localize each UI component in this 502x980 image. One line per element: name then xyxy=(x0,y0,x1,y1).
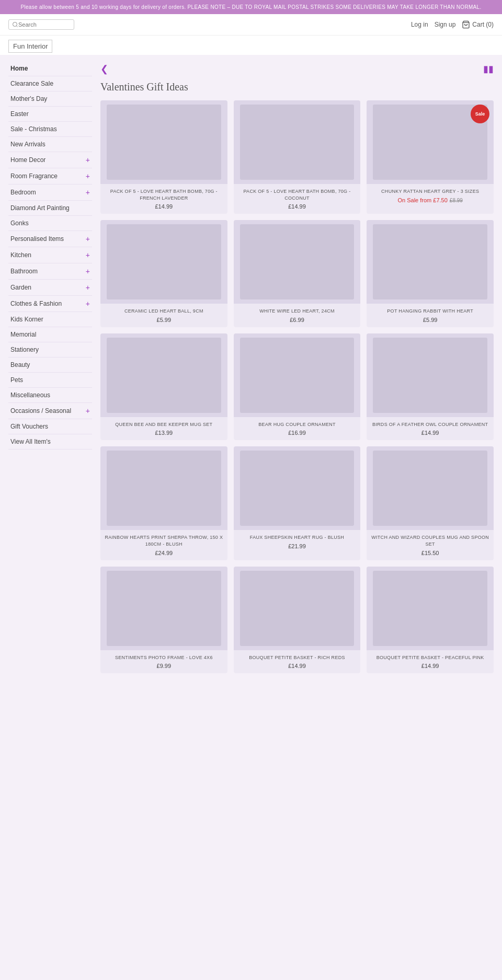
product-image xyxy=(234,446,361,530)
sidebar-item-label: Garden xyxy=(10,284,31,291)
sidebar-item-label: Clothes & Fashion xyxy=(10,300,62,307)
product-card[interactable]: PACK OF 5 - LOVE HEART BATH BOMB, 70G - … xyxy=(100,100,227,214)
product-card[interactable]: QUEEN BEE AND BEE KEEPER MUG SET£13.99 xyxy=(100,333,227,441)
sidebar-item-kids-korner[interactable]: Kids Korner xyxy=(8,312,92,327)
product-price: £14.99 xyxy=(237,663,358,669)
expand-icon: + xyxy=(86,188,90,197)
product-price: £14.99 xyxy=(237,203,358,210)
product-name: BIRDS OF A FEATHER OWL COUPLE ORNAMENT xyxy=(370,421,490,428)
svg-point-0 xyxy=(13,22,17,27)
product-info: BOUQUET PETITE BASKET - RICH REDS£14.99 xyxy=(234,650,361,674)
logo-area: Fun Interior xyxy=(0,36,502,55)
sidebar-item-bedroom[interactable]: Bedroom+ xyxy=(8,185,92,201)
sidebar-item-occasions---seasonal[interactable]: Occasions / Seasonal+ xyxy=(8,403,92,419)
cart-label: Cart (0) xyxy=(472,21,494,28)
page-title: Valentines Gift Ideas xyxy=(100,81,494,93)
sidebar-item-gonks[interactable]: Gonks xyxy=(8,216,92,231)
product-card[interactable]: SaleCHUNKY RATTAN HEART GREY - 3 SIZESOn… xyxy=(367,100,494,214)
product-image-placeholder xyxy=(107,571,221,646)
product-price: £21.99 xyxy=(237,543,358,549)
header-left xyxy=(8,19,74,30)
sidebar-item-label: Occasions / Seasonal xyxy=(10,407,71,414)
product-card[interactable]: WITCH AND WIZARD COUPLES MUG AND SPOON S… xyxy=(367,446,494,560)
product-info: PACK OF 5 - LOVE HEART BATH BOMB, 70G - … xyxy=(100,184,227,214)
sidebar-item-home-decor[interactable]: Home Decor+ xyxy=(8,152,92,168)
product-info: QUEEN BEE AND BEE KEEPER MUG SET£13.99 xyxy=(100,417,227,441)
sidebar-item-label: Bedroom xyxy=(10,189,36,196)
sidebar-item-label: Kitchen xyxy=(10,251,31,259)
cart-button[interactable]: Cart (0) xyxy=(462,20,494,29)
sidebar-item-new-arrivals[interactable]: New Arrivals xyxy=(8,137,92,152)
product-card[interactable]: BEAR HUG COUPLE ORNAMENT£16.99 xyxy=(234,333,361,441)
product-image-placeholder xyxy=(240,105,354,180)
sidebar-item-view-all-item-s[interactable]: View All Item's xyxy=(8,434,92,449)
product-image-placeholder xyxy=(107,224,221,299)
product-image-placeholder xyxy=(373,571,487,646)
sidebar-item-memorial[interactable]: Memorial xyxy=(8,327,92,342)
sidebar-item-clearance-sale[interactable]: Clearance Sale xyxy=(8,76,92,91)
main-layout: HomeClearance SaleMother's DayEasterSale… xyxy=(0,55,502,679)
signup-link[interactable]: Sign up xyxy=(435,21,456,28)
expand-icon: + xyxy=(86,156,90,164)
product-card[interactable]: POT HANGING RABBIT WITH HEART£5.99 xyxy=(367,220,494,327)
product-name: WHITE WIRE LED HEART, 24CM xyxy=(237,308,358,315)
sidebar-item-diamond-art-painting[interactable]: Diamond Art Painting xyxy=(8,201,92,216)
sidebar-item-home[interactable]: Home xyxy=(8,61,92,76)
site-logo[interactable]: Fun Interior xyxy=(8,40,52,53)
sidebar-item-stationery[interactable]: Stationery xyxy=(8,342,92,358)
slideshow-controls: ❮ ▮▮ xyxy=(100,61,494,77)
sidebar-item-easter[interactable]: Easter xyxy=(8,107,92,122)
product-card[interactable]: BOUQUET PETITE BASKET - PEACEFUL PINK£14… xyxy=(367,567,494,674)
sidebar-item-label: Home Decor xyxy=(10,156,45,164)
sidebar-item-gift-vouchers[interactable]: Gift Vouchers xyxy=(8,419,92,434)
product-image-placeholder xyxy=(107,105,221,180)
product-info: SENTIMENTS PHOTO FRAME - LOVE 4x6£9.99 xyxy=(100,650,227,674)
product-card[interactable]: FAUX SHEEPSKIN HEART RUG - BLUSH£21.99 xyxy=(234,446,361,560)
sidebar-item-personalised-items[interactable]: Personalised Items+ xyxy=(8,231,92,247)
product-image-placeholder xyxy=(240,571,354,646)
sidebar-item-label: Pets xyxy=(10,376,23,384)
expand-icon: + xyxy=(86,172,90,180)
product-card[interactable]: SENTIMENTS PHOTO FRAME - LOVE 4x6£9.99 xyxy=(100,567,227,674)
site-header: Log in Sign up Cart (0) xyxy=(0,14,502,36)
product-info: BOUQUET PETITE BASKET - PEACEFUL PINK£14… xyxy=(367,650,494,674)
sidebar-item-sale---christmas[interactable]: Sale - Christmas xyxy=(8,122,92,137)
sidebar-item-label: Clearance Sale xyxy=(10,80,53,87)
sidebar-item-label: Kids Korner xyxy=(10,316,43,323)
sidebar-item-beauty[interactable]: Beauty xyxy=(8,358,92,373)
product-image xyxy=(100,446,227,530)
sidebar-item-mother-s-day[interactable]: Mother's Day xyxy=(8,91,92,107)
product-card[interactable]: BOUQUET PETITE BASKET - RICH REDS£14.99 xyxy=(234,567,361,674)
search-form[interactable] xyxy=(8,19,74,30)
product-card[interactable]: RAINBOW HEARTS PRINT SHERPA THROW, 150 X… xyxy=(100,446,227,560)
product-card[interactable]: CERAMIC LED HEART BALL, 9CM£5.99 xyxy=(100,220,227,327)
product-info: CHUNKY RATTAN HEART GREY - 3 SIZESOn Sal… xyxy=(367,184,494,207)
product-info: WHITE WIRE LED HEART, 24CM£6.99 xyxy=(234,304,361,327)
product-image-placeholder xyxy=(240,338,354,413)
product-price: £16.99 xyxy=(237,430,358,436)
expand-icon: + xyxy=(86,235,90,243)
product-name: RAINBOW HEARTS PRINT SHERPA THROW, 150 X… xyxy=(104,534,224,547)
product-card[interactable]: PACK OF 5 - LOVE HEART BATH BOMB, 70G - … xyxy=(234,100,361,214)
product-card[interactable]: BIRDS OF A FEATHER OWL COUPLE ORNAMENT£1… xyxy=(367,333,494,441)
pause-slide-button[interactable]: ▮▮ xyxy=(483,63,494,75)
product-price: On Sale from £7.50£8.99 xyxy=(370,197,490,203)
search-input[interactable] xyxy=(18,21,71,28)
sidebar-item-miscellaneous[interactable]: Miscellaneous xyxy=(8,388,92,403)
prev-slide-button[interactable]: ❮ xyxy=(100,63,108,75)
sidebar-item-label: Home xyxy=(10,65,28,72)
product-name: PACK OF 5 - LOVE HEART BATH BOMB, 70G - … xyxy=(104,188,224,201)
announcement-banner: Please allow between 5 and 10 working da… xyxy=(0,0,502,14)
product-image xyxy=(234,333,361,417)
product-name: BOUQUET PETITE BASKET - RICH REDS xyxy=(237,654,358,661)
sidebar-item-clothes---fashion[interactable]: Clothes & Fashion+ xyxy=(8,296,92,312)
product-info: PACK OF 5 - LOVE HEART BATH BOMB, 70G - … xyxy=(234,184,361,214)
sidebar-item-room-fragrance[interactable]: Room Fragrance+ xyxy=(8,168,92,185)
expand-icon: + xyxy=(86,267,90,275)
login-link[interactable]: Log in xyxy=(411,21,428,28)
product-card[interactable]: WHITE WIRE LED HEART, 24CM£6.99 xyxy=(234,220,361,327)
sidebar-item-bathroom[interactable]: Bathroom+ xyxy=(8,263,92,280)
sidebar-item-kitchen[interactable]: Kitchen+ xyxy=(8,247,92,263)
sidebar-item-garden[interactable]: Garden+ xyxy=(8,280,92,296)
sidebar-item-pets[interactable]: Pets xyxy=(8,373,92,388)
